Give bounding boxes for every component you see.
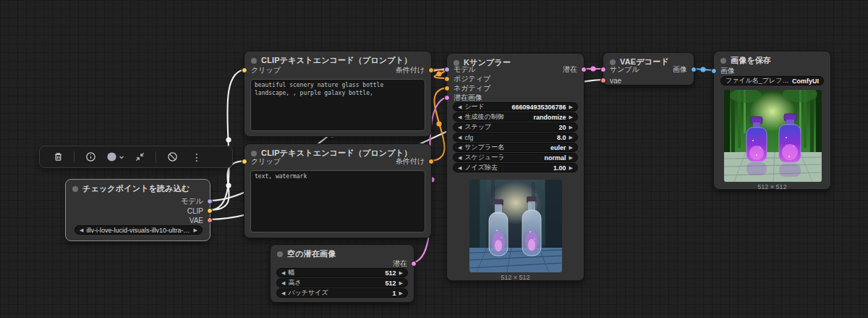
increment-arrow[interactable]: ▶ [569, 165, 573, 170]
input-clip[interactable]: クリップ [242, 66, 281, 75]
control-after-generate-widget[interactable]: ◀ 生成後の制御 randomize ▶ [453, 112, 578, 122]
batch-size-widget[interactable]: ◀ バッチサイズ 1 ▶ [276, 288, 408, 298]
clip-port-dot[interactable] [207, 208, 213, 214]
scheduler-widget[interactable]: ◀ スケジューラ normal ▶ [453, 153, 578, 162]
collapse-dot[interactable] [720, 58, 726, 64]
node-clip-text-encode-positive[interactable]: CLIPテキストエンコード（プロンプト） クリップ 条件付け beautiful… [244, 51, 432, 137]
model-port-dot[interactable] [207, 198, 213, 204]
conditioning-port-dot[interactable] [444, 85, 450, 91]
height-widget[interactable]: ◀ 高さ 512 ▶ [276, 278, 408, 288]
steps-widget[interactable]: ◀ ステップ 20 ▶ [453, 122, 578, 132]
selection-toolbox: ⋮ [39, 146, 233, 168]
ckpt-name-value: illv-i-love-lucid-visuals-illv10-ultra-s… [86, 227, 190, 234]
widget-label: バッチサイズ [288, 288, 328, 298]
increment-arrow[interactable]: ▶ [399, 280, 403, 285]
denoise-widget[interactable]: ◀ ノイズ除去 1.00 ▶ [453, 163, 578, 172]
filename-prefix-widget[interactable]: ファイル名_プレフィッ ... ComfyUI [720, 76, 824, 85]
output-latent[interactable]: 潜在 [393, 259, 417, 268]
decrement-arrow[interactable]: ◀ [281, 270, 285, 275]
seed-widget[interactable]: ◀ シード 666094935306786 ▶ [453, 102, 578, 112]
collapse-dot[interactable] [277, 251, 283, 257]
decrement-arrow[interactable]: ◀ [458, 145, 461, 150]
vae-port-dot[interactable] [207, 217, 213, 223]
output-image[interactable]: 画像 [673, 65, 697, 74]
latent-port-dot[interactable] [600, 67, 606, 72]
prompt-textarea[interactable]: text, watermark [250, 170, 425, 233]
node-empty-latent-image[interactable]: 空の潜在画像 潜在 ◀ 幅 512 ▶ ◀ 高さ 512 ▶ ◀ バッチサイズ … [270, 244, 414, 303]
decrement-arrow[interactable]: ◀ [458, 135, 461, 140]
bypass-button[interactable] [161, 148, 184, 167]
ckpt-name-combo[interactable]: ◀ illv-i-love-lucid-visuals-illv10-ultra… [75, 225, 203, 235]
collapse-dot[interactable] [251, 151, 257, 156]
node-save-image[interactable]: 画像を保存 画像 ファイル名_プレフィッ ... ComfyUI [713, 51, 831, 190]
prompt-textarea[interactable]: beautiful scenery nature glass bottle la… [250, 79, 425, 131]
model-port-dot[interactable] [444, 67, 450, 72]
output-clip[interactable]: CLIP [187, 206, 213, 215]
increment-arrow[interactable]: ▶ [569, 125, 573, 130]
decrement-arrow[interactable]: ◀ [458, 125, 461, 130]
image-port-dot[interactable] [711, 68, 717, 74]
input-latent-image[interactable]: 潜在画像 [444, 93, 482, 102]
input-images[interactable]: 画像 [711, 67, 735, 75]
output-latent[interactable]: 潜在 [563, 65, 587, 74]
output-conditioning[interactable]: 条件付け [396, 157, 434, 166]
collapse-button[interactable] [128, 148, 151, 167]
increment-arrow[interactable]: ▶ [569, 104, 573, 109]
input-negative[interactable]: ネガティブ [444, 84, 490, 93]
decrement-arrow[interactable]: ◀ [458, 104, 461, 109]
widget-label: 生成後の制御 [464, 112, 503, 122]
latent-port-dot[interactable] [444, 95, 450, 101]
output-model[interactable]: モデル [181, 197, 213, 206]
cfg-widget[interactable]: ◀ cfg 8.0 ▶ [453, 133, 578, 142]
increment-arrow[interactable]: ▶ [569, 114, 573, 120]
preview-size-caption: 512 × 512 [447, 274, 584, 281]
widget-label: サンプラー名 [464, 143, 504, 152]
increment-arrow[interactable]: ▶ [194, 227, 197, 233]
node-graph-canvas[interactable]: ⋮ チェックポイントを読み込む モデル CLIP VAE ◀ illv-i-lo… [0, 0, 868, 318]
input-vae[interactable]: vae [600, 76, 621, 85]
input-positive[interactable]: ポジティブ [444, 75, 490, 83]
sampler-name-widget[interactable]: ◀ サンプラー名 euler ▶ [453, 143, 578, 152]
decrement-arrow[interactable]: ◀ [458, 165, 461, 170]
increment-arrow[interactable]: ▶ [569, 145, 573, 150]
decrement-arrow[interactable]: ◀ [458, 155, 461, 160]
input-clip[interactable]: クリップ [242, 157, 281, 166]
increment-arrow[interactable]: ▶ [569, 135, 573, 140]
latent-preview-image [469, 180, 562, 272]
input-samples[interactable]: サンプル [600, 65, 639, 74]
conditioning-port-dot[interactable] [428, 67, 434, 73]
increment-arrow[interactable]: ▶ [399, 290, 403, 296]
collapse-dot[interactable] [72, 186, 78, 192]
vae-port-dot[interactable] [600, 78, 606, 83]
collapse-dot[interactable] [251, 58, 257, 64]
latent-port-dot[interactable] [411, 261, 417, 267]
decrement-arrow[interactable]: ◀ [458, 114, 461, 120]
widget-value: 666094935306786 [512, 104, 566, 111]
decrement-arrow[interactable]: ◀ [281, 280, 285, 285]
more-options-button[interactable]: ⋮ [185, 148, 208, 167]
info-button[interactable] [79, 148, 102, 167]
node-color-button[interactable] [103, 148, 127, 167]
widget-label: シード [464, 102, 484, 112]
port-label: vae [610, 77, 621, 85]
node-ksampler[interactable]: Kサンプラー モデル ポジティブ ネガティブ 潜在画像 潜在 ◀ シード 666… [446, 53, 584, 281]
width-widget[interactable]: ◀ 幅 512 ▶ [276, 268, 408, 277]
delete-button[interactable] [46, 148, 69, 167]
conditioning-port-dot[interactable] [428, 159, 434, 164]
increment-arrow[interactable]: ▶ [569, 155, 573, 160]
node-load-checkpoint[interactable]: チェックポイントを読み込む モデル CLIP VAE ◀ illv-i-love… [65, 179, 210, 241]
latent-port-dot[interactable] [581, 67, 587, 72]
clip-port-dot[interactable] [242, 67, 247, 73]
decrement-arrow[interactable]: ◀ [80, 227, 83, 233]
node-clip-text-encode-negative[interactable]: CLIPテキストエンコード（プロンプト） クリップ 条件付け text, wat… [244, 143, 432, 238]
image-port-dot[interactable] [691, 67, 697, 72]
node-vae-decode[interactable]: VAEデコード サンプル vae 画像 [603, 52, 694, 85]
widget-value: ComfyUI [792, 78, 819, 85]
clip-port-dot[interactable] [242, 159, 247, 164]
increment-arrow[interactable]: ▶ [399, 270, 403, 275]
input-model[interactable]: モデル [444, 65, 476, 74]
output-conditioning[interactable]: 条件付け [396, 66, 434, 75]
decrement-arrow[interactable]: ◀ [281, 290, 285, 296]
conditioning-port-dot[interactable] [444, 76, 450, 82]
output-vae[interactable]: VAE [190, 216, 213, 225]
